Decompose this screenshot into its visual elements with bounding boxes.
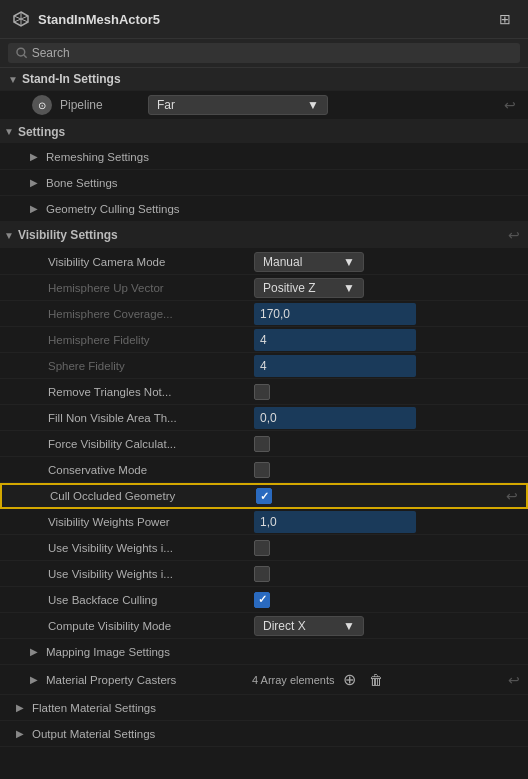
search-icon: [16, 47, 28, 59]
settings-chevron: ▼: [4, 126, 14, 137]
fill-non-visible-label: Fill Non Visible Area Th...: [44, 412, 254, 424]
hemisphere-fidelity-input[interactable]: [254, 329, 416, 351]
hemisphere-up-vector-row: Hemisphere Up Vector Positive Z ▼: [0, 275, 528, 301]
geometry-culling-chevron: ▶: [30, 203, 38, 214]
sphere-fidelity-label: Sphere Fidelity: [44, 360, 254, 372]
use-backface-culling-checkbox[interactable]: [254, 592, 270, 608]
visibility-weights-power-value: [254, 511, 524, 533]
visibility-weights-power-label: Visibility Weights Power: [44, 516, 254, 528]
conservative-mode-checkbox[interactable]: [254, 462, 270, 478]
conservative-mode-value: [254, 462, 524, 478]
hemisphere-fidelity-value: [254, 329, 524, 351]
force-visibility-row: Force Visibility Calculat...: [0, 431, 528, 457]
hemisphere-fidelity-row: Hemisphere Fidelity: [0, 327, 528, 353]
visibility-camera-mode-value: Manual ▼: [254, 252, 524, 272]
use-visibility-weights-1-row: Use Visibility Weights i...: [0, 535, 528, 561]
use-visibility-weights-2-checkbox[interactable]: [254, 566, 270, 582]
search-container[interactable]: [8, 43, 520, 63]
flatten-chevron: ▶: [16, 702, 24, 713]
grid-view-button[interactable]: ⊞: [494, 8, 516, 30]
fill-non-visible-input[interactable]: [254, 407, 416, 429]
app-title: StandInMeshActor5: [38, 12, 160, 27]
hemisphere-fidelity-label: Hemisphere Fidelity: [44, 334, 254, 346]
svg-point-4: [17, 48, 25, 56]
cull-occluded-label: Cull Occluded Geometry: [46, 490, 256, 502]
search-input[interactable]: [32, 46, 512, 60]
hemisphere-up-selected: Positive Z: [263, 281, 316, 295]
cull-occluded-checkbox[interactable]: [256, 488, 272, 504]
use-visibility-1-checkbox-wrap: [254, 540, 270, 556]
bone-settings-row[interactable]: ▶ Bone Settings: [0, 170, 528, 196]
material-property-row: ▶ Material Property Casters 4 Array elem…: [0, 665, 528, 695]
sphere-fidelity-row: Sphere Fidelity: [0, 353, 528, 379]
material-add-button[interactable]: ⊕: [339, 669, 361, 691]
bone-label: Bone Settings: [42, 177, 252, 189]
material-array-badge: 4 Array elements: [252, 674, 335, 686]
use-backface-checkbox-wrap: [254, 592, 270, 608]
hemisphere-up-dropdown[interactable]: Positive Z ▼: [254, 278, 364, 298]
compute-visibility-selected: Direct X: [263, 619, 306, 633]
remeshing-label: Remeshing Settings: [42, 151, 252, 163]
visibility-weights-power-input[interactable]: [254, 511, 416, 533]
hemisphere-up-label: Hemisphere Up Vector: [44, 282, 254, 294]
conservative-mode-label: Conservative Mode: [44, 464, 254, 476]
remove-triangles-row: Remove Triangles Not...: [0, 379, 528, 405]
compute-visibility-mode-row: Compute Visibility Mode Direct X ▼: [0, 613, 528, 639]
pipeline-label: Pipeline: [60, 98, 140, 112]
conservative-mode-checkbox-wrap: [254, 462, 270, 478]
material-reset-button[interactable]: ↩: [504, 670, 524, 690]
stand-in-settings-header[interactable]: ▼ Stand-In Settings: [0, 68, 528, 91]
force-visibility-value: [254, 436, 524, 452]
material-property-value-area: 4 Array elements ⊕ 🗑: [252, 669, 504, 691]
visibility-camera-mode-label: Visibility Camera Mode: [44, 256, 254, 268]
compute-visibility-value: Direct X ▼: [254, 616, 524, 636]
use-backface-culling-value: [254, 592, 524, 608]
cull-occluded-value: [256, 488, 502, 504]
remove-triangles-checkbox[interactable]: [254, 384, 270, 400]
geometry-culling-row[interactable]: ▶ Geometry Culling Settings: [0, 196, 528, 222]
sphere-fidelity-value: [254, 355, 524, 377]
geometry-culling-label: Geometry Culling Settings: [42, 203, 252, 215]
output-chevron: ▶: [16, 728, 24, 739]
pipeline-dropdown[interactable]: Far ▼: [148, 95, 328, 115]
flatten-material-row[interactable]: ▶ Flatten Material Settings: [0, 695, 528, 721]
compute-visibility-dropdown[interactable]: Direct X ▼: [254, 616, 364, 636]
sphere-fidelity-input[interactable]: [254, 355, 416, 377]
visibility-settings-header[interactable]: ▼ Visibility Settings ↩: [0, 222, 528, 249]
force-visibility-checkbox[interactable]: [254, 436, 270, 452]
header-actions: ⊞: [494, 8, 516, 30]
visibility-reset-button[interactable]: ↩: [504, 225, 524, 245]
use-visibility-weights-2-row: Use Visibility Weights i...: [0, 561, 528, 587]
compute-visibility-label: Compute Visibility Mode: [44, 620, 254, 632]
remeshing-chevron: ▶: [30, 151, 38, 162]
use-backface-culling-label: Use Backface Culling: [44, 594, 254, 606]
visibility-weights-power-row: Visibility Weights Power: [0, 509, 528, 535]
pipeline-value: Far: [157, 98, 175, 112]
use-visibility-weights-1-label: Use Visibility Weights i...: [44, 542, 254, 554]
hemisphere-coverage-input[interactable]: [254, 303, 416, 325]
fill-non-visible-row: Fill Non Visible Area Th...: [0, 405, 528, 431]
material-delete-button[interactable]: 🗑: [365, 669, 387, 691]
cull-occluded-reset-button[interactable]: ↩: [502, 486, 522, 506]
settings-header[interactable]: ▼ Settings: [0, 120, 528, 144]
remove-triangles-value: [254, 384, 524, 400]
output-material-row[interactable]: ▶ Output Material Settings: [0, 721, 528, 747]
remeshing-settings-row[interactable]: ▶ Remeshing Settings: [0, 144, 528, 170]
cull-occluded-row: Cull Occluded Geometry ↩: [0, 483, 528, 509]
hemisphere-coverage-label: Hemisphere Coverage...: [44, 308, 254, 320]
stand-in-settings-label: Stand-In Settings: [22, 72, 121, 86]
visibility-chevron: ▼: [4, 230, 14, 241]
settings-label: Settings: [18, 125, 65, 139]
use-visibility-weights-2-value: [254, 566, 524, 582]
remove-triangles-label: Remove Triangles Not...: [44, 386, 254, 398]
visibility-camera-mode-dropdown[interactable]: Manual ▼: [254, 252, 364, 272]
use-backface-culling-row: Use Backface Culling: [0, 587, 528, 613]
mapping-image-settings-row[interactable]: ▶ Mapping Image Settings: [0, 639, 528, 665]
svg-line-5: [24, 55, 27, 58]
use-visibility-weights-1-checkbox[interactable]: [254, 540, 270, 556]
fill-non-visible-value: [254, 407, 524, 429]
pipeline-reset-button[interactable]: ↩: [500, 95, 520, 115]
search-row: [0, 39, 528, 68]
conservative-mode-row: Conservative Mode: [0, 457, 528, 483]
hemisphere-coverage-row: Hemisphere Coverage...: [0, 301, 528, 327]
